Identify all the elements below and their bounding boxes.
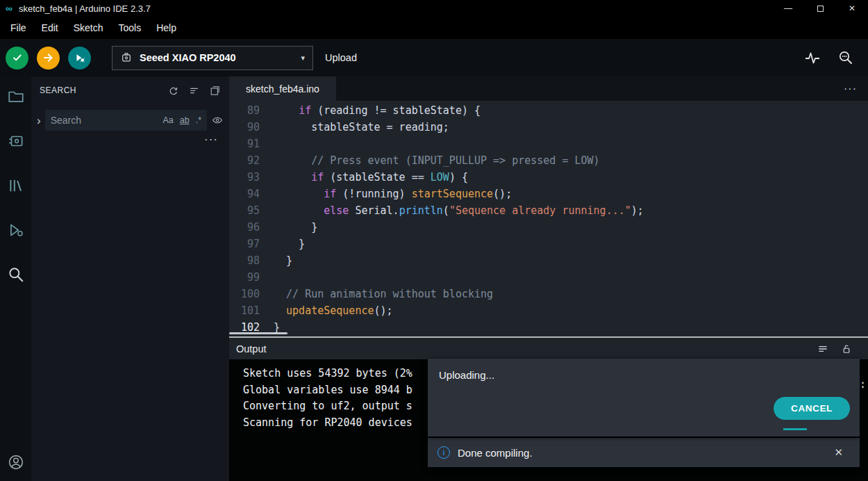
maximize-icon (817, 6, 824, 12)
open-search-editor-icon[interactable] (209, 85, 221, 97)
serial-monitor-icon[interactable] (837, 49, 854, 66)
account-icon[interactable] (7, 453, 25, 471)
code-line[interactable]: 96 } (229, 219, 868, 236)
right-arrow-icon (42, 51, 55, 64)
line-number[interactable]: 100 (229, 286, 274, 302)
search-placeholder: Search (51, 115, 157, 126)
library-manager-icon[interactable] (7, 177, 25, 195)
code-text: updateSequence(); (274, 302, 393, 319)
activity-bar (0, 76, 31, 481)
refresh-search-icon[interactable] (167, 85, 179, 97)
board-icon (120, 51, 133, 64)
search-details-eye-icon[interactable] (211, 114, 224, 127)
code-line[interactable]: 89 if (reading != stableState) { (229, 102, 868, 119)
line-number[interactable]: 95 (229, 202, 274, 219)
sidebar-header-actions (167, 85, 221, 97)
line-number[interactable]: 91 (229, 136, 274, 152)
code-text: if (reading != stableState) { (274, 102, 481, 119)
line-number[interactable]: 96 (229, 219, 274, 236)
title-bar: ∞ sketch_feb4a | Arduino IDE 2.3.7 — ✕ (0, 0, 868, 17)
arduino-ide-window: ∞ sketch_feb4a | Arduino IDE 2.3.7 — ✕ F… (0, 0, 868, 481)
output-options-icon[interactable] (817, 343, 829, 355)
code-text: stableState = reading; (274, 119, 449, 136)
code-text: } (274, 236, 305, 252)
whole-word-toggle[interactable]: ab (180, 115, 190, 125)
check-icon (11, 51, 24, 64)
sketchbook-folder-icon[interactable] (7, 88, 25, 106)
output-panel-actions (817, 343, 861, 355)
line-number[interactable]: 93 (229, 169, 274, 186)
code-line[interactable]: 97 } (229, 236, 868, 252)
debug-panel-icon[interactable] (7, 221, 25, 239)
boards-manager-icon[interactable] (7, 132, 25, 150)
search-sidebar-header: SEARCH (31, 76, 229, 104)
output-panel-title: Output (236, 343, 267, 354)
close-notification-icon[interactable]: ✕ (834, 446, 843, 459)
code-line[interactable]: 92 // Press event (INPUT_PULLUP => press… (229, 152, 868, 169)
line-number[interactable]: 97 (229, 236, 274, 252)
menu-sketch[interactable]: Sketch (66, 19, 111, 36)
code-line[interactable]: 95 else Serial.println("Sequence already… (229, 202, 868, 219)
tab-label: sketch_feb4a.ino (246, 83, 319, 95)
code-line[interactable]: 100 // Run animation without blocking (229, 286, 868, 302)
code-text: if (!running) startSequence(); (274, 186, 512, 202)
minimize-button[interactable]: — (772, 0, 804, 17)
clear-search-results-icon[interactable] (188, 85, 200, 97)
line-number[interactable]: 101 (229, 302, 274, 319)
menu-file[interactable]: File (3, 19, 34, 36)
line-number[interactable]: 90 (229, 119, 274, 136)
menu-edit[interactable]: Edit (34, 19, 66, 36)
code-line[interactable]: 91 (229, 136, 868, 152)
serial-plotter-icon[interactable] (804, 49, 821, 66)
line-number[interactable]: 92 (229, 152, 274, 169)
search-input[interactable]: Search Aa ab .* (45, 110, 207, 131)
code-line[interactable]: 93 if (stableState == LOW) { (229, 169, 868, 186)
maximize-button[interactable] (804, 0, 836, 17)
code-text: // Run animation without blocking (274, 286, 493, 302)
code-text: } (274, 252, 292, 269)
toolbar-right-icons (804, 49, 860, 66)
window-controls: — ✕ (772, 0, 868, 17)
tab-sketch-ino[interactable]: sketch_feb4a.ino (229, 76, 336, 101)
done-compiling-message: Done compiling. (458, 447, 533, 459)
close-button[interactable]: ✕ (836, 0, 868, 17)
uploading-message: Uploading... (439, 369, 849, 381)
toggle-search-details-button[interactable]: ··· (31, 131, 229, 147)
code-line[interactable]: 98 } (229, 252, 868, 269)
upload-button[interactable] (37, 47, 60, 70)
info-icon: i (437, 446, 450, 459)
chevron-down-icon: ▾ (301, 54, 305, 63)
debug-button[interactable] (68, 47, 91, 70)
autoscroll-lock-icon[interactable] (840, 343, 853, 355)
tab-overflow-menu[interactable]: ··· (844, 83, 868, 95)
match-case-toggle[interactable]: Aa (162, 115, 173, 125)
search-panel-icon[interactable] (7, 266, 25, 284)
line-number[interactable]: 98 (229, 252, 274, 269)
menu-tools[interactable]: Tools (111, 19, 149, 36)
regex-toggle[interactable]: .* (196, 115, 201, 125)
code-text: } (274, 219, 317, 236)
notification-stack: Uploading... CANCEL i Done compiling. ✕ (428, 359, 860, 467)
line-number[interactable]: 89 (229, 102, 274, 119)
line-number[interactable]: 99 (229, 269, 274, 286)
uploading-notification: Uploading... CANCEL (428, 359, 860, 437)
verify-button[interactable] (6, 47, 28, 70)
code-line[interactable]: 102} (229, 319, 868, 336)
code-line[interactable]: 94 if (!running) startSequence(); (229, 186, 868, 202)
code-line[interactable]: 101 updateSequence(); (229, 302, 868, 319)
expand-replace-chevron-icon[interactable]: › (37, 115, 41, 127)
code-text: if (stableState == LOW) { (274, 169, 468, 186)
toolbar: Seeed XIAO RP2040 ▾ Upload (0, 39, 868, 76)
sidebar-title: SEARCH (40, 85, 76, 95)
horizontal-scrollbar[interactable] (229, 332, 287, 334)
tab-bar: sketch_feb4a.ino ··· (229, 76, 868, 101)
code-line[interactable]: 90 stableState = reading; (229, 119, 868, 136)
line-number[interactable]: 94 (229, 186, 274, 202)
board-selector-dropdown[interactable]: Seeed XIAO RP2040 ▾ (112, 46, 313, 70)
code-line[interactable]: 99 (229, 269, 868, 286)
menu-help[interactable]: Help (149, 19, 184, 36)
cancel-button[interactable]: CANCEL (774, 397, 850, 420)
arduino-logo-icon: ∞ (6, 3, 12, 14)
code-editor[interactable]: 89 if (reading != stableState) {90 stabl… (229, 101, 868, 336)
search-sidebar: SEARCH › Search Aa (31, 76, 229, 481)
